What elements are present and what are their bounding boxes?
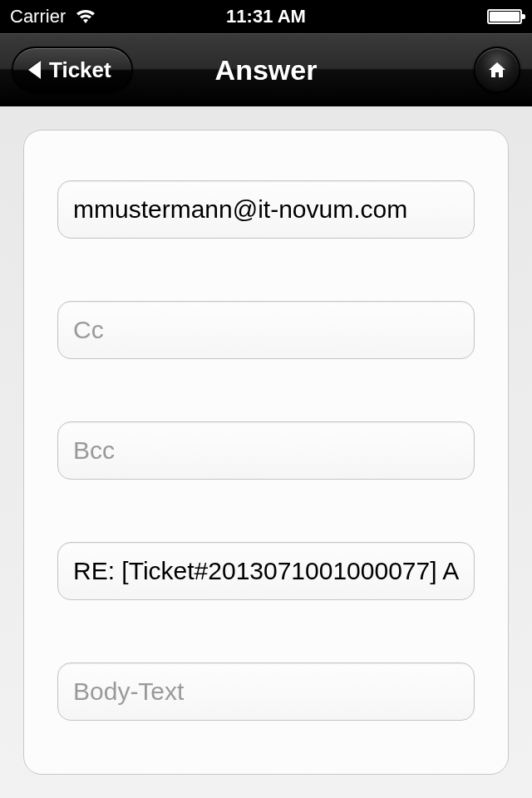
content-area xyxy=(0,106,532,798)
chevron-left-icon xyxy=(28,61,41,79)
wifi-icon xyxy=(74,8,97,25)
form-card xyxy=(23,130,509,775)
back-button[interactable]: Ticket xyxy=(12,47,133,93)
back-button-label: Ticket xyxy=(49,57,111,83)
subject-field[interactable] xyxy=(57,542,475,600)
nav-bar: Ticket Answer xyxy=(0,33,532,106)
body-field[interactable] xyxy=(57,663,475,721)
home-icon xyxy=(487,61,507,79)
battery-icon xyxy=(487,9,522,24)
carrier-label: Carrier xyxy=(10,6,66,27)
cc-field[interactable] xyxy=(57,301,475,359)
page-title: Answer xyxy=(215,54,318,86)
home-button[interactable] xyxy=(474,47,520,93)
status-bar: Carrier 11:31 AM xyxy=(0,0,532,33)
to-field[interactable] xyxy=(57,180,475,239)
bcc-field[interactable] xyxy=(57,421,475,480)
